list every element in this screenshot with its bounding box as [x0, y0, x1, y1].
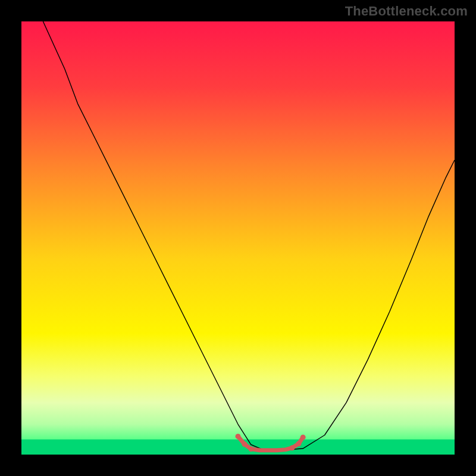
valley-dot	[236, 434, 241, 439]
watermark-label: TheBottleneck.com	[345, 4, 468, 19]
valley-dot	[296, 441, 301, 446]
chart-frame: TheBottleneck.com	[0, 0, 476, 476]
valley-dot	[242, 441, 247, 447]
main-curve	[43, 21, 455, 450]
plot-area	[21, 21, 455, 455]
valley-dot	[300, 434, 306, 440]
valley-dot	[248, 446, 253, 452]
valley-dot	[290, 445, 295, 450]
curve-layer	[21, 21, 455, 455]
